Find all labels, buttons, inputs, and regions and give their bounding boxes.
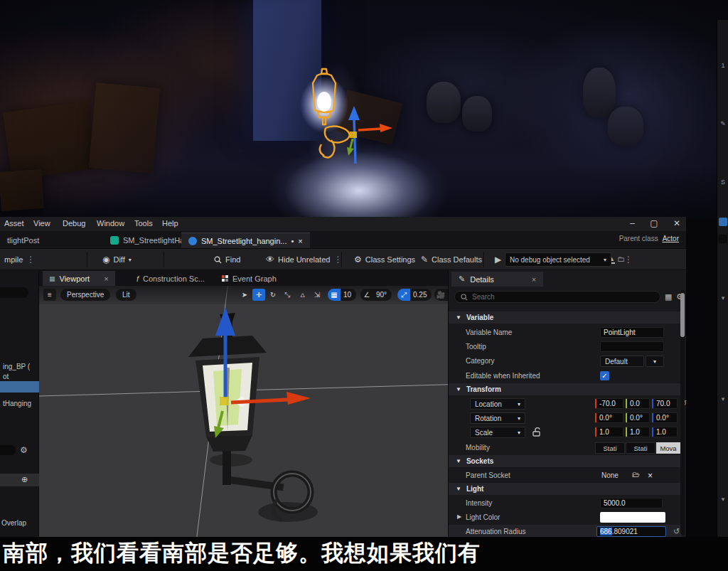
static-mesh-icon (110, 236, 119, 245)
section-light[interactable]: ▼ Light (449, 483, 682, 495)
section-variable[interactable]: ▼ Variable (449, 311, 682, 324)
components-search-input[interactable] (0, 287, 28, 298)
property-matrix-icon[interactable]: ▦ (665, 292, 672, 301)
add-circle-icon[interactable]: ⊕ (21, 475, 28, 484)
menu-debug[interactable]: Debug (63, 219, 85, 228)
tab-event-graph[interactable]: Event Graph (215, 271, 283, 286)
location-y-input[interactable]: 0.0 (626, 398, 650, 409)
hide-unrelated-icon: 👁 (266, 255, 274, 265)
reset-attenuation-icon[interactable]: ↺ (673, 527, 680, 536)
menu-asset[interactable]: Asset (4, 219, 24, 228)
strip-chevron-icon[interactable]: ▾ (719, 495, 727, 503)
camera-speed-icon[interactable]: 🎥 (434, 289, 447, 301)
parent-class-label: Parent classActor (619, 235, 679, 242)
tab-label: tlightPost (7, 236, 39, 245)
strip-chevron-icon[interactable]: ▾ (719, 395, 727, 403)
component-item[interactable]: ot (3, 373, 9, 380)
compile-options-icon[interactable]: ⋮ (26, 255, 35, 265)
scale-z-input[interactable]: 1.0 (652, 427, 678, 437)
rotation-x-input[interactable]: 0.0° (595, 412, 623, 423)
rotation-snap-value[interactable]: 90° (373, 289, 392, 301)
menu-view[interactable]: View (33, 219, 50, 228)
strip-chevron-icon[interactable]: ▾ (719, 294, 727, 302)
unlock-icon[interactable] (532, 427, 541, 437)
browse-debug-icon[interactable]: 🗀 (617, 255, 625, 263)
menu-help[interactable]: Help (162, 219, 178, 228)
scale-x-input[interactable]: 1.0 (595, 427, 623, 437)
strip-pencil-icon[interactable]: ✎ (719, 119, 727, 128)
category-dropdown[interactable]: Default (600, 356, 644, 367)
strip-active-icon[interactable] (719, 218, 727, 226)
settings-gear-icon[interactable] (20, 445, 28, 455)
scale-snap-icon[interactable]: ⤢ (397, 289, 410, 301)
intensity-input[interactable]: 5000.0 (600, 498, 663, 508)
socket-browse-icon[interactable]: 🗁 (632, 470, 640, 479)
selected-text: 686 (600, 528, 612, 535)
minimize-button[interactable]: – (630, 218, 635, 228)
maximize-button[interactable]: ▢ (650, 218, 658, 228)
mobility-movable-button[interactable]: Mova (656, 442, 680, 454)
details-search-input[interactable]: Search (454, 291, 660, 303)
tab-sm-streetlight-hanging-bp[interactable]: SM_Streetlight_hangin... • × (181, 233, 310, 248)
light-color-swatch[interactable] (600, 512, 665, 523)
editable-checkbox[interactable]: ✓ (600, 371, 609, 380)
component-item[interactable]: ing_BP ( (3, 363, 30, 370)
debug-object-dropdown[interactable]: No debug object selected ▾ (505, 252, 611, 267)
menu-window[interactable]: Window (97, 219, 124, 228)
section-transform[interactable]: ▼ Transform (449, 383, 682, 395)
details-panel: ✎ Details × Search ▦ ⚙ ▼ Variable Variab… (448, 270, 686, 538)
tab-close-icon[interactable]: × (104, 274, 108, 283)
section-sockets[interactable]: ▼ Sockets (449, 455, 682, 467)
scrollbar-thumb[interactable] (680, 293, 685, 337)
menu-tools[interactable]: Tools (134, 219, 153, 228)
tab-viewport[interactable]: ▦ Viewport × (43, 271, 115, 286)
rotation-dropdown[interactable]: Rotation▾ (470, 412, 525, 424)
search-placeholder: Search (472, 293, 495, 301)
play-options-icon[interactable]: ⋮ (624, 255, 633, 265)
location-z-input[interactable]: 70.0 (652, 398, 678, 409)
lit-mode-button[interactable]: Lit (116, 289, 136, 301)
find-button[interactable]: Find (210, 249, 245, 270)
scale-y-input[interactable]: 1.0 (626, 427, 650, 437)
viewport-menu-icon[interactable]: ≡ (43, 289, 56, 301)
class-settings-button[interactable]: Class Settings (350, 249, 419, 270)
parent-socket-value[interactable]: None (601, 471, 619, 479)
location-dropdown[interactable]: Location▾ (470, 398, 525, 410)
chevron-down-icon: ▼ (456, 386, 461, 393)
clear-socket-icon[interactable]: × (648, 471, 653, 481)
my-blueprint-search-input[interactable] (0, 445, 16, 455)
scale-snap-value[interactable]: 0.25 (410, 289, 432, 301)
hide-unrelated-button[interactable]: 👁 Hide Unrelated⋮ (262, 249, 346, 270)
rotation-z-input[interactable]: 0.0° (652, 412, 678, 423)
category-dropdown-arrow[interactable]: ▾ (646, 356, 664, 367)
parent-class-link[interactable]: Actor (663, 235, 679, 242)
blueprint-viewport[interactable]: ≡ Perspective Lit ➤ ✛ ↻ ⤡ 🜂 ⇲ ▦ 10 ∠ 90°… (39, 286, 448, 538)
component-item-selected[interactable] (0, 381, 39, 393)
attenuation-radius-input[interactable]: 686.809021 (596, 526, 666, 537)
variable-name-input[interactable]: PointLight (600, 327, 664, 338)
tab-details[interactable]: ✎ Details × (451, 272, 543, 287)
diff-button[interactable]: ◉ Diff▾ (98, 249, 136, 270)
tooltip-input[interactable] (600, 341, 664, 352)
tab-construction-script[interactable]: f Construction Sc... (130, 271, 211, 286)
scale-dropdown[interactable]: Scale▾ (470, 427, 525, 438)
tab-close-icon[interactable]: × (532, 275, 536, 284)
details-scrollbar[interactable] (680, 290, 685, 535)
preview-translate-gizmo[interactable] (196, 292, 352, 448)
strip-letter-icon[interactable]: S (719, 178, 727, 186)
mobility-stationary-button[interactable]: Stati (626, 442, 655, 454)
level-viewport-scene[interactable] (0, 0, 728, 219)
strip-icon[interactable] (719, 235, 727, 243)
perspective-button[interactable]: Perspective (60, 289, 110, 301)
tab-label: SM_Streetlight_hangin... (201, 237, 287, 245)
close-button[interactable]: ✕ (673, 218, 680, 228)
component-item[interactable]: tHanging (3, 400, 31, 407)
rotation-y-input[interactable]: 0.0° (626, 412, 650, 423)
mobility-static-button[interactable]: Stati (595, 442, 625, 454)
chevron-right-icon[interactable]: ▶ (457, 513, 461, 520)
strip-icon[interactable]: 1 (719, 61, 727, 70)
rotation-snap-icon[interactable]: ∠ (360, 289, 373, 301)
location-x-input[interactable]: -70.0 (595, 398, 623, 409)
tab-close-icon[interactable]: × (298, 237, 302, 245)
tab-streetlightpost[interactable]: tlightPost (0, 233, 46, 248)
